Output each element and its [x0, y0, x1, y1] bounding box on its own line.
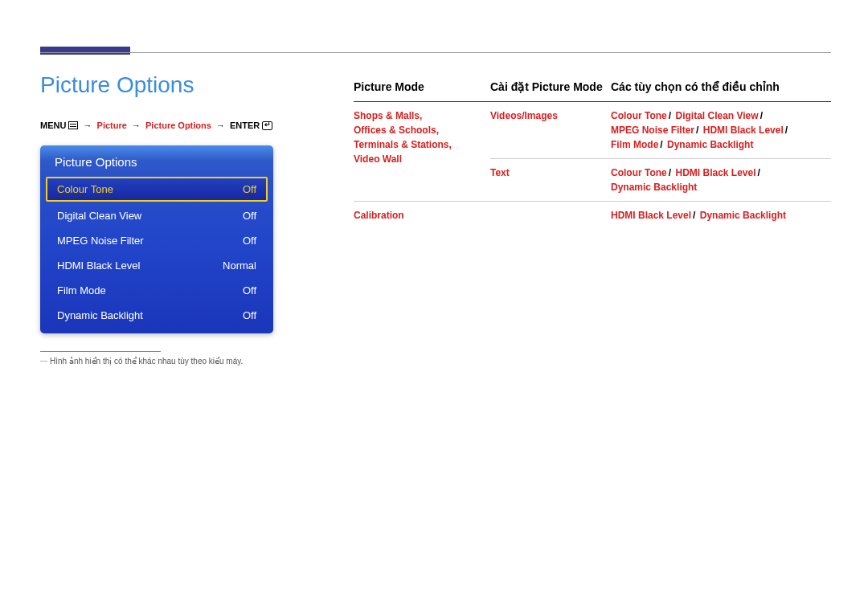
mode-item: Video Wall [354, 153, 402, 165]
breadcrumb-step-picture-options: Picture Options [145, 121, 211, 130]
osd-item-label: HDMI Black Level [57, 260, 140, 272]
breadcrumb-step-picture: Picture [97, 121, 127, 130]
cell-setting: Videos/Images [490, 102, 611, 159]
breadcrumb: MENU → Picture → Picture Options → ENTER [40, 121, 321, 131]
osd-item-value: Off [243, 183, 256, 195]
table-header-col1: Picture Mode [354, 72, 490, 102]
option-item: Film Mode [611, 139, 658, 150]
option-item: MPEG Noise Filter [611, 125, 694, 136]
page-title: Picture Options [40, 72, 321, 98]
setting-value: Videos/Images [490, 110, 558, 121]
mode-item: Calibration [354, 210, 404, 221]
breadcrumb-sep: → [84, 121, 92, 130]
header-rule [40, 52, 831, 53]
option-item: Dynamic Backlight [611, 182, 697, 193]
osd-item-label: Colour Tone [57, 183, 113, 195]
osd-item-label: MPEG Noise Filter [57, 235, 144, 247]
osd-items-list: Colour Tone Off Digital Clean View Off M… [43, 177, 270, 330]
cell-options: Colour Tone/ HDMI Black Level/ Dynamic B… [611, 159, 831, 202]
main-content: Picture Options MENU → Picture → Picture… [40, 72, 831, 366]
osd-title: Picture Options [43, 149, 270, 177]
cell-options: Colour Tone/ Digital Clean View/ MPEG No… [611, 102, 831, 159]
osd-item-label: Dynamic Backlight [57, 309, 143, 321]
option-item: Colour Tone [611, 167, 667, 178]
mode-item: Offices & Schools [354, 125, 436, 136]
table-row: Calibration HDMI Black Level/ Dynamic Ba… [354, 202, 831, 230]
breadcrumb-enter: ENTER [230, 121, 260, 130]
option-item: HDMI Black Level [611, 210, 691, 221]
osd-item-dynamic-backlight[interactable]: Dynamic Backlight Off [46, 303, 268, 328]
option-item: Dynamic Backlight [700, 210, 786, 221]
cell-picture-mode: Shops & Malls, Offices & Schools, Termin… [354, 102, 490, 202]
osd-item-mpeg-noise-filter[interactable]: MPEG Noise Filter Off [46, 228, 268, 253]
osd-menu-panel: Picture Options Colour Tone Off Digital … [40, 145, 273, 333]
header-accent-block [40, 47, 130, 55]
cell-setting: Text [490, 159, 611, 202]
osd-item-film-mode[interactable]: Film Mode Off [46, 278, 268, 303]
options-table: Picture Mode Cài đặt Picture Mode Các tù… [354, 72, 831, 229]
breadcrumb-sep: → [132, 121, 141, 130]
left-column: Picture Options MENU → Picture → Picture… [40, 72, 321, 366]
osd-item-value: Off [243, 309, 256, 321]
osd-item-value: Normal [223, 260, 256, 272]
table-row: Shops & Malls, Offices & Schools, Termin… [354, 102, 831, 159]
table-header-col3: Các tùy chọn có thể điều chỉnh [611, 72, 831, 102]
osd-item-label: Film Mode [57, 284, 106, 296]
option-item: Digital Clean View [675, 110, 758, 121]
footnote-text: Hình ảnh hiển thị có thể khác nhau tùy t… [40, 357, 321, 366]
option-item: Dynamic Backlight [667, 139, 753, 150]
table-header-col2: Cài đặt Picture Mode [490, 72, 611, 102]
osd-item-value: Off [243, 210, 256, 222]
mode-item: Shops & Malls [354, 110, 420, 121]
osd-item-digital-clean-view[interactable]: Digital Clean View Off [46, 203, 268, 228]
cell-options: HDMI Black Level/ Dynamic Backlight [611, 202, 831, 230]
enter-icon [262, 121, 272, 130]
footnote-rule [40, 351, 161, 352]
option-item: HDMI Black Level [675, 167, 755, 178]
osd-item-colour-tone[interactable]: Colour Tone Off [46, 177, 268, 202]
mode-item: Terminals & Stations [354, 139, 448, 150]
setting-value: Text [490, 167, 510, 178]
cell-setting [490, 202, 611, 230]
option-item: HDMI Black Level [703, 125, 784, 136]
osd-item-value: Off [243, 235, 256, 247]
osd-item-label: Digital Clean View [57, 210, 141, 222]
osd-item-hdmi-black-level[interactable]: HDMI Black Level Normal [46, 253, 268, 278]
menu-icon [68, 121, 78, 129]
breadcrumb-sep: → [216, 121, 225, 130]
osd-item-value: Off [243, 284, 256, 296]
cell-picture-mode: Calibration [354, 202, 490, 230]
breadcrumb-menu: MENU [40, 121, 66, 130]
option-item: Colour Tone [611, 110, 667, 121]
right-column: Picture Mode Cài đặt Picture Mode Các tù… [354, 72, 831, 366]
